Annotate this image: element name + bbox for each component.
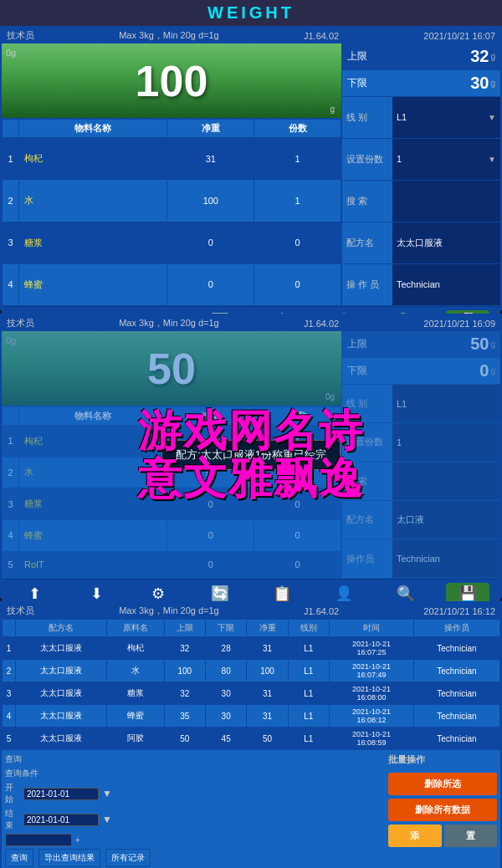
query-col-header: 净重 [247, 620, 288, 637]
weight-value-1: 100 [136, 56, 208, 106]
upper-limit-row: 上限 32 g [342, 43, 500, 70]
search-value[interactable] [392, 180, 500, 222]
upper-limit-unit: g [490, 52, 495, 61]
conditions-label: 查询条件 [5, 768, 47, 779]
p2-weight-value: 50 [147, 344, 196, 394]
panel1-user: 技术员 [7, 29, 34, 42]
calendar-icon[interactable]: ▼ [102, 788, 112, 799]
query-title-label: 查询 [5, 753, 47, 765]
weight-unit-right: g [330, 105, 335, 114]
save-icon-2: 💾 [458, 585, 477, 603]
query-col-header: 线别 [288, 620, 329, 637]
end-label: 结 束 [5, 808, 20, 831]
query-table-row: 2 太太口服液 水 100 80 100 L1 2021-10-21 16:07… [3, 660, 500, 682]
line-label: 线 别 [342, 97, 392, 138]
panel3-datetime: 2021/10/21 16:12 [423, 606, 495, 616]
panel1-datetime: 2021/10/21 16:07 [423, 31, 495, 41]
query-col-header: 原料名 [106, 620, 164, 637]
up-icon-2: ⬆ [28, 585, 41, 603]
add-btn[interactable]: 添 [388, 825, 442, 847]
ingredient-name: 枸杞 [19, 138, 167, 180]
end-date-input[interactable] [23, 814, 99, 826]
query-controls: 查询 查询条件 开 始 ▼ 结 束 ▼ + 查询 导出查询结果 [2, 750, 500, 868]
table-row: 3 [3, 222, 19, 263]
delete-selected-btn[interactable]: 删除所选 [388, 773, 497, 795]
panel-weighing-1: 技术员 Max 3kg，Min 20g d=1g J1.64.02 2021/1… [0, 26, 502, 310]
p2-unit-right: 0g [325, 392, 335, 401]
query-col-header: 上限 [164, 620, 205, 637]
filter-input[interactable] [5, 834, 72, 846]
panel2-user: 技术员 [7, 317, 34, 329]
ingredient-portions: 0 [254, 222, 341, 263]
query-col-header: 下限 [205, 620, 246, 637]
lower-limit-unit: g [490, 79, 495, 88]
lower-limit-label: 下限 [347, 76, 372, 90]
dialog-box: 配方:太太口服液1份称重已经完 [161, 440, 341, 470]
ingredient-weight: 100 [167, 180, 254, 222]
export-btn[interactable]: 导出查询结果 [38, 849, 100, 867]
formula-value: 太太口服液 [392, 222, 500, 263]
query-table-row: 4 太太口服液 蜂蜜 35 30 31 L1 2021-10-21 16:08:… [3, 705, 500, 728]
reset-icon-2: 🔄 [211, 585, 229, 603]
panel-query: 技术员 Max 3kg，Min 20g d=1g J1.64.02 2021/1… [0, 601, 502, 868]
panel2-datetime: 2021/10/21 16:09 [423, 319, 495, 329]
formula-label: 配方名 [342, 222, 392, 263]
portions-value: 1 ▼ [392, 138, 500, 180]
delete-all-btn[interactable]: 删除所有数据 [388, 799, 497, 821]
p2-unit-left: 0g [6, 335, 16, 345]
col-name: 物料名称 [19, 120, 167, 138]
query-btn[interactable]: 查询 [5, 849, 33, 867]
set-btn[interactable]: 置 [444, 825, 498, 847]
query-table-row: 3 太太口服液 糖浆 32 30 31 L1 2021-10-21 16:08:… [3, 682, 500, 705]
operator-value: Technician [392, 263, 500, 305]
query-table-row: 1 太太口服液 枸杞 32 28 31 L1 2021-10-21 16:07:… [3, 637, 500, 660]
operator-label: 操 作 员 [342, 263, 392, 305]
panel1-firmware: J1.64.02 [304, 31, 339, 41]
panel3-firmware: J1.64.02 [304, 606, 339, 616]
ingredient-name: 糖浆 [19, 222, 167, 263]
col-portions: 份数 [254, 120, 341, 138]
line-value: L1 ▼ [392, 97, 500, 138]
weight-display-1: 0g 100 g [2, 43, 341, 119]
batch-operations: 批量操作 删除所选 删除所有数据 添 置 [388, 753, 497, 868]
ingredient-weight: 0 [167, 222, 254, 263]
panel-weighing-2: 技术员 Max 3kg，Min 20g d=1g J1.64.02 2021/1… [0, 314, 502, 598]
ingredient-weight: 0 [167, 263, 254, 305]
col-num [3, 120, 19, 138]
query-col-header: 操作员 [413, 620, 499, 637]
ingredient-name: 水 [19, 180, 167, 222]
calendar-icon-2[interactable]: ▼ [102, 814, 112, 825]
panel2-spec: Max 3kg，Min 20g d=1g [119, 317, 219, 329]
page-title: WEIGHT [0, 0, 502, 26]
all-records-btn[interactable]: 所有记录 [105, 849, 151, 867]
panel3-header: 技术员 Max 3kg，Min 20g d=1g J1.64.02 2021/1… [2, 603, 500, 619]
ingredient-portions: 0 [254, 263, 341, 305]
ingredient-weight: 31 [167, 138, 254, 180]
lower-limit-value: 30 [372, 74, 489, 93]
weight-unit-left: 0g [6, 48, 16, 58]
panel3-spec: Max 3kg，Min 20g d=1g [119, 605, 219, 617]
start-date-input[interactable] [23, 788, 99, 800]
filter-add-icon[interactable]: + [75, 835, 80, 845]
panel3-user: 技术员 [7, 605, 34, 617]
upper-limit-label: 上限 [347, 49, 372, 64]
down-icon-2: ⬇ [90, 585, 103, 603]
query-icon-2: 🔍 [397, 585, 415, 603]
search-label: 搜 索 [342, 180, 392, 222]
batch-title: 批量操作 [388, 753, 497, 766]
query-results-table: 配方名原料名上限下限净重线别时间操作员 1 太太口服液 枸杞 32 28 31 … [2, 619, 500, 750]
panel2-firmware: J1.64.02 [304, 319, 339, 329]
lower-limit-row: 下限 30 g [342, 70, 500, 97]
panel2-header: 技术员 Max 3kg，Min 20g d=1g J1.64.02 2021/1… [2, 315, 500, 331]
start-label: 开 始 [5, 782, 20, 805]
query-col-header: 配方名 [16, 620, 107, 637]
col-weight: 净重 [167, 120, 254, 138]
upper-limit-value: 32 [372, 47, 489, 66]
info-table-1: 线 别 L1 ▼ 设置份数 1 ▼ [342, 97, 500, 306]
query-table-row: 5 太太口服液 阿胶 50 45 50 L1 2021-10-21 16:08:… [3, 728, 500, 750]
table-row: 2 [3, 180, 19, 222]
query-col-header: 时间 [330, 620, 414, 637]
save-mode-icon-2: ⚙ [151, 585, 165, 603]
panel1-spec: Max 3kg，Min 20g d=1g [119, 29, 219, 42]
portions-label: 设置份数 [342, 138, 392, 180]
